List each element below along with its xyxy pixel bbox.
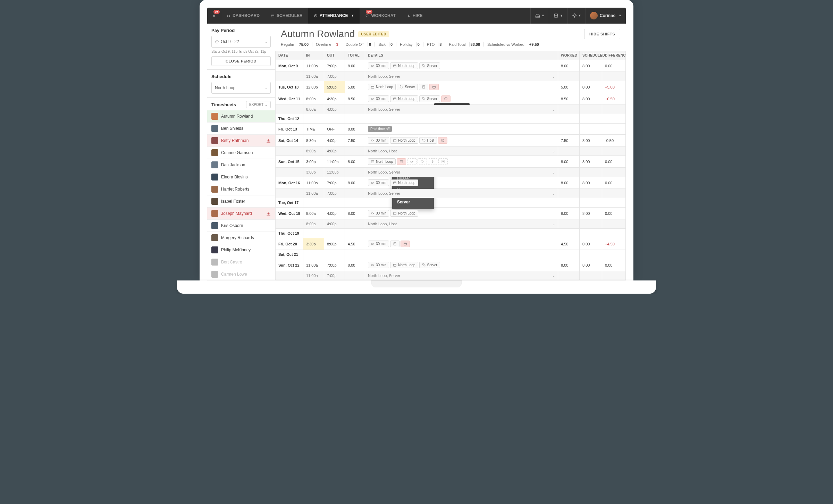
- employee-name: Betty Rathman: [221, 138, 249, 143]
- detail-chip[interactable]: North Loop: [390, 262, 418, 268]
- detail-chip[interactable]: North Loop: [368, 158, 396, 165]
- chevron-down-icon[interactable]: ⌄: [552, 222, 555, 226]
- employee-row[interactable]: Bert Castro: [207, 256, 275, 268]
- detail-chip[interactable]: Host: [419, 137, 437, 144]
- nav-dashboard[interactable]: DASHBOARD: [221, 8, 265, 24]
- table-row-scheduled[interactable]: 8:00a4:00pNorth Loop, Server⌄: [276, 105, 626, 114]
- detail-chip[interactable]: 30 min: [368, 262, 389, 268]
- table-row-scheduled[interactable]: 3:00p11:00pNorth Loop, Server⌄: [276, 168, 626, 177]
- detail-chip[interactable]: Paid time off: [368, 126, 392, 132]
- employee-row[interactable]: Carmen Lowe: [207, 268, 275, 280]
- table-row-scheduled[interactable]: 8:00a4:00pNorth Loop, Host⌄: [276, 146, 626, 156]
- detail-chip[interactable]: Server: [419, 262, 440, 268]
- detail-chip[interactable]: North Loop: [390, 62, 418, 69]
- employee-name: Joseph Maynard: [221, 211, 252, 216]
- detail-chip[interactable]: 30 min: [368, 62, 389, 69]
- table-row[interactable]: Tue, Oct 17: [276, 198, 626, 208]
- detail-chip[interactable]: Server: [419, 95, 440, 102]
- export-button[interactable]: EXPORT⌄: [246, 101, 271, 108]
- location-menu-icon[interactable]: ▼: [549, 8, 567, 24]
- employee-name: Margery Richards: [221, 235, 254, 240]
- table-row[interactable]: Wed, Oct 118:00a4:30p8.50 30 min North L…: [276, 93, 626, 105]
- nav-scheduler[interactable]: SCHEDULER: [265, 8, 308, 24]
- table-row[interactable]: Sat, Oct 148:30a4:00p7.50 30 min North L…: [276, 135, 626, 146]
- detail-chip[interactable]: North Loop: [390, 210, 418, 217]
- table-row[interactable]: Sat, Oct 21: [276, 250, 626, 259]
- employee-row[interactable]: Corinne Garrison: [207, 147, 275, 159]
- table-row-scheduled[interactable]: 11:00a7:00pNorth Loop, Server⌄: [276, 72, 626, 81]
- employee-row[interactable]: Philip McKinney: [207, 244, 275, 256]
- nav-attendance[interactable]: ATTENDANCE▼: [308, 8, 360, 24]
- table-row[interactable]: Sun, Oct 153:00p11:00p8.00 North LoopBus…: [276, 156, 626, 168]
- summary-bar: Regular75.00 Overtime3 Double OT0 Sick0 …: [275, 42, 626, 51]
- detail-chip[interactable]: [397, 158, 406, 165]
- detail-chip[interactable]: [428, 158, 437, 165]
- detail-chip[interactable]: 30 min: [368, 179, 389, 186]
- nav-hire[interactable]: HIRE: [401, 8, 428, 24]
- warning-icon: [266, 138, 271, 143]
- detail-chip[interactable]: 30 min: [368, 137, 389, 144]
- detail-chip[interactable]: [418, 158, 427, 165]
- table-row-scheduled[interactable]: 11:00a7:00pNorth Loop, Server⌄: [276, 189, 626, 198]
- employee-row[interactable]: Harriet Roberts: [207, 183, 275, 195]
- chevron-down-icon[interactable]: ⌄: [552, 108, 555, 111]
- main-content: Autumn RowlandUSER EDITED HIDE SHIFTS Re…: [275, 24, 626, 280]
- detail-chip[interactable]: [429, 84, 439, 90]
- table-row[interactable]: Thu, Oct 19: [276, 229, 626, 238]
- schedule-select[interactable]: North Loop⌄: [211, 82, 271, 94]
- notifications-icon[interactable]: 9+: [207, 8, 221, 24]
- employee-row[interactable]: Joseph Maynard: [207, 208, 275, 220]
- detail-chip[interactable]: [419, 84, 428, 90]
- employee-list: Autumn RowlandBen ShieldsBetty RathmanCo…: [207, 110, 275, 280]
- employee-row[interactable]: Margery Richards: [207, 232, 275, 244]
- table-row[interactable]: Sun, Oct 2211:00a7:00p8.00 30 min North …: [276, 259, 626, 271]
- chevron-down-icon[interactable]: ⌄: [552, 274, 555, 278]
- employee-row[interactable]: Kris Osborn: [207, 220, 275, 232]
- table-row[interactable]: Tue, Oct 1012:00p5:00p5.00 North Loop Se…: [276, 81, 626, 93]
- detail-chip[interactable]: [401, 241, 410, 247]
- detail-chip[interactable]: North Loop: [390, 179, 418, 186]
- chevron-down-icon[interactable]: ⌄: [552, 170, 555, 174]
- table-row[interactable]: Mon, Oct 1611:00a7:00p8.00 30 min North …: [276, 177, 626, 189]
- table-row[interactable]: Thu, Oct 12: [276, 114, 626, 124]
- employee-row[interactable]: Autumn Rowland: [207, 110, 275, 123]
- detail-chip[interactable]: [390, 241, 399, 247]
- table-row[interactable]: Wed, Oct 188:00a4:00p8.00 30 min North L…: [276, 208, 626, 219]
- nav-workchat[interactable]: WORKCHAT9+: [360, 8, 401, 24]
- table-row[interactable]: Fri, Oct 203:30p8:00p4.50 30 min4.500.00…: [276, 238, 626, 250]
- employee-row[interactable]: Betty Rathman: [207, 135, 275, 147]
- detail-chip[interactable]: 30 min: [368, 241, 389, 247]
- settings-menu-icon[interactable]: ▼: [567, 8, 586, 24]
- employee-row[interactable]: Dan Jackson: [207, 159, 275, 171]
- chevron-down-icon[interactable]: ⌄: [552, 149, 555, 153]
- hide-shifts-button[interactable]: HIDE SHIFTS: [584, 29, 620, 39]
- table-row-scheduled[interactable]: 8:00a4:00pNorth Loop, Host⌄: [276, 219, 626, 229]
- employee-row[interactable]: Ben Shields: [207, 123, 275, 135]
- close-period-button[interactable]: CLOSE PERIOD: [211, 56, 271, 66]
- detail-chip[interactable]: North Loop: [390, 137, 418, 144]
- detail-chip[interactable]: [407, 158, 416, 165]
- detail-chip[interactable]: 30 min: [368, 210, 389, 217]
- page-title: Autumn RowlandUSER EDITED: [281, 28, 389, 40]
- avatar: [211, 198, 218, 205]
- inbox-menu-icon[interactable]: ▼: [530, 8, 549, 24]
- employee-row[interactable]: Isabel Foster: [207, 195, 275, 208]
- detail-chip[interactable]: [438, 158, 448, 165]
- table-row[interactable]: Mon, Oct 911:00a7:00p8.00 30 min North L…: [276, 60, 626, 72]
- detail-chip[interactable]: 30 min: [368, 95, 389, 102]
- detail-chip[interactable]: North Loop: [368, 84, 396, 90]
- table-row[interactable]: Fri, Oct 13TIMEOFF8.00Paid time off: [276, 124, 626, 135]
- detail-chip[interactable]: North Loop: [390, 95, 418, 102]
- table-row-scheduled[interactable]: 11:00a7:00pNorth Loop, Server⌄: [276, 271, 626, 280]
- chevron-down-icon[interactable]: ⌄: [552, 192, 555, 195]
- detail-chip[interactable]: Server: [397, 84, 418, 90]
- detail-chip[interactable]: Server: [419, 62, 440, 69]
- detail-chip[interactable]: [438, 137, 447, 144]
- pay-period-select[interactable]: Oct 9 - 22⌄: [211, 36, 271, 48]
- detail-chip[interactable]: [441, 95, 451, 102]
- avatar: [211, 222, 218, 229]
- employee-row[interactable]: Elnora Blevins: [207, 171, 275, 183]
- sidebar: Pay Period Oct 9 - 22⌄ Starts Oct 9, 11p…: [207, 24, 275, 280]
- user-menu[interactable]: Corinne▼: [586, 8, 626, 24]
- chevron-down-icon[interactable]: ⌄: [552, 75, 555, 78]
